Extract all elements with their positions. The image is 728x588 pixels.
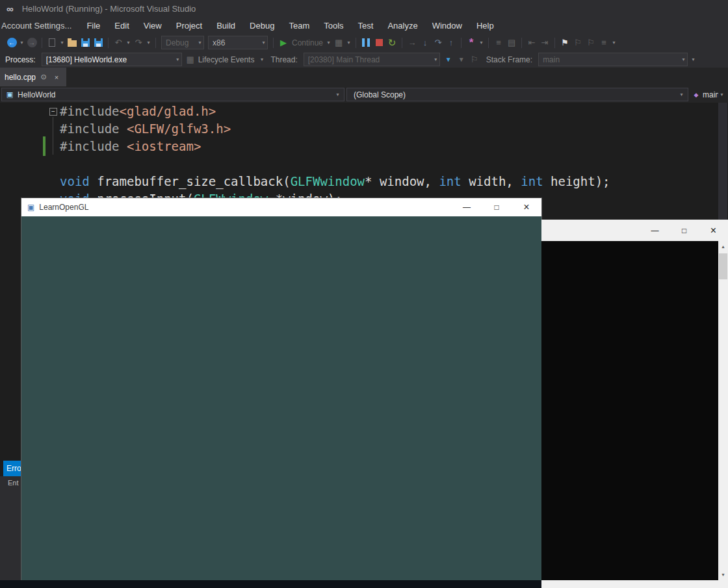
menu-tools[interactable]: Tools [317,17,350,34]
scope-dropdown[interactable]: (Global Scope) ▾ [346,88,688,101]
save-all-icon [94,38,103,47]
continue-dropdown[interactable]: ▾ [325,36,332,49]
stack-frame-combo[interactable]: main▾ [538,53,688,66]
error-list-caption[interactable]: Erro [3,461,21,476]
next-bookmark-button[interactable]: ⚐ [584,36,597,49]
menu-project[interactable]: Project [169,17,209,34]
continue-button[interactable]: ▶ [277,36,290,49]
member-name: main() [703,90,718,99]
code-line-1: #include<glad/glad.h> [60,103,216,120]
undo-dropdown[interactable]: ▾ [125,36,132,49]
chevron-down-icon: ▾ [718,88,725,101]
outdent-button[interactable]: ⇤ [525,36,538,49]
toggle-bookmark-button[interactable]: ⚑ [558,36,571,49]
menu-window[interactable]: Window [425,17,469,34]
step-over-button[interactable]: ↷ [432,36,445,49]
separator [356,38,356,48]
stop-icon [376,39,383,46]
navigate-forward-button[interactable]: → [25,36,38,49]
menu-file[interactable]: File [79,17,107,34]
thread-combo[interactable]: [20380] Main Thread▾ [304,53,440,66]
menu-help[interactable]: Help [469,17,501,34]
menu-team[interactable]: Team [281,17,317,34]
menu-test[interactable]: Test [351,17,381,34]
tab-hello-cpp[interactable]: hello.cpp ⊙ × [0,68,66,86]
parallel-stacks-button[interactable]: ▤ [505,36,518,49]
redo-button[interactable]: ↷ [132,36,145,49]
pin-icon[interactable]: ⊙ [38,72,49,83]
solution-platforms-combo[interactable]: x86▾ [208,36,268,49]
scroll-up-icon[interactable]: ▲ [718,241,728,252]
member-dropdown[interactable]: ◆ main() ▾ [690,88,728,101]
new-file-dropdown[interactable]: ▾ [58,36,66,49]
show-threads-in-source-button[interactable]: ≡ [492,36,505,49]
intellitrace-dropdown[interactable]: ▾ [478,36,485,49]
chevron-down-icon: ▾ [432,53,439,66]
break-all-button[interactable] [359,36,372,49]
menu-analyze[interactable]: Analyze [380,17,424,34]
intellitrace-button[interactable]: * [465,36,478,49]
restart-button[interactable]: ↻ [385,36,398,49]
lifecycle-events-dropdown[interactable]: ▾ [258,53,265,66]
menu-edit[interactable]: Edit [107,17,136,34]
show-next-statement-button[interactable]: → [406,36,419,49]
navigate-backward-dropdown[interactable]: ▾ [18,36,25,49]
undo-button[interactable]: ↶ [112,36,125,49]
diagnostic-tools-dropdown[interactable]: ▾ [345,36,352,49]
account-settings-button[interactable]: Account Settings... [0,21,79,31]
stop-debugging-button[interactable] [372,36,385,49]
menu-view[interactable]: View [136,17,169,34]
process-combo[interactable]: [13680] HelloWorld.exe▾ [42,53,182,66]
bookmark-window-button[interactable]: ≡ [597,36,610,49]
platform-value: x86 [213,38,260,47]
console-window[interactable]: — □ × ▲ ▼ [541,220,728,588]
method-icon: ◆ [692,92,700,98]
step-out-button[interactable]: ↑ [445,36,458,49]
debug-location-toolbar: Process: [13680] HelloWorld.exe▾ ▦ Lifec… [0,51,728,68]
solution-configurations-combo[interactable]: Debug▾ [161,36,204,49]
scroll-down-icon[interactable]: ▼ [718,569,728,580]
save-button[interactable] [79,36,92,49]
redo-dropdown[interactable]: ▾ [145,36,152,49]
minimize-button[interactable]: — [640,220,670,241]
learnopengl-titlebar[interactable]: ▣ LearnOpenGL — □ × [21,198,541,216]
diagnostic-tools-button[interactable]: ▦ [332,36,345,49]
lifecycle-events-icon: ▦ [184,53,197,66]
save-all-button[interactable] [92,36,105,49]
console-titlebar[interactable]: — □ × [541,220,728,241]
navigate-backward-button[interactable]: ← [5,36,18,49]
maximize-button[interactable]: □ [482,198,512,216]
new-file-button[interactable] [46,36,58,49]
debug-location-overflow-button[interactable]: ▾ [690,53,697,66]
menu-build[interactable]: Build [209,17,242,34]
project-dropdown[interactable]: ▣ HelloWorld ▾ [1,88,344,101]
lifecycle-events-button[interactable]: Lifecycle Events [197,55,259,64]
maximize-button[interactable]: □ [670,220,699,241]
code-line-5: void framebuffer_size_callback(GLFWwindo… [60,173,610,190]
vs-titlebar[interactable]: ∞ HelloWorld (Running) - Microsoft Visua… [0,0,728,17]
separator [42,38,42,48]
menu-bar: Account Settings... File Edit View Proje… [0,17,728,34]
fold-collapse-button[interactable]: − [49,108,57,116]
menu-debug[interactable]: Debug [242,17,281,34]
flag-threads-button[interactable]: ⚐ [468,53,481,66]
reset-filter-button[interactable]: ▼ [455,53,468,66]
filter-threads-button[interactable]: ▼ [442,53,455,66]
minimize-button[interactable]: — [452,198,482,216]
step-into-button[interactable]: ↓ [419,36,432,49]
process-value: [13680] HelloWorld.exe [46,55,174,64]
console-vertical-scrollbar[interactable]: ▲ ▼ [718,241,728,580]
open-file-button[interactable] [66,36,79,49]
new-file-icon [49,38,55,47]
error-list-filter-dropdown[interactable]: Ent [8,479,19,487]
previous-bookmark-button[interactable]: ⚐ [571,36,584,49]
indent-button[interactable]: ⇥ [538,36,551,49]
console-horizontal-scrollbar[interactable] [541,580,728,588]
close-button[interactable]: × [699,220,728,241]
toolbar-overflow-button[interactable]: ▾ [610,36,618,49]
editor-scrollbar[interactable] [718,103,727,220]
tab-close-icon[interactable]: × [51,72,62,83]
close-button[interactable]: × [512,198,541,216]
scrollbar-thumb[interactable] [719,253,727,279]
learnopengl-window[interactable]: ▣ LearnOpenGL — □ × [21,198,541,588]
